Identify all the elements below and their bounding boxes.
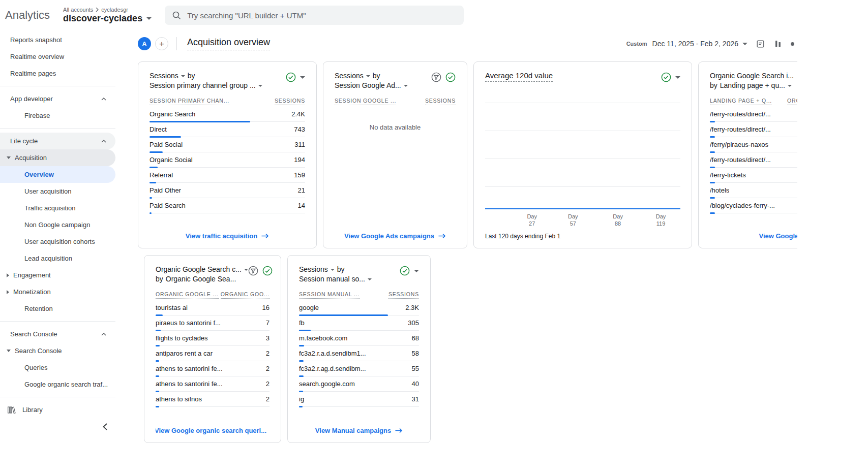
chevron-left-icon	[103, 423, 107, 430]
add-comparison-button[interactable]: +	[155, 37, 168, 50]
sidebar-item[interactable]: Reports snapshot	[0, 31, 115, 48]
sidebar-collapse-button[interactable]	[103, 423, 107, 430]
table-row: Paid Other 21	[149, 183, 305, 198]
dimension-selector[interactable]: Session Google Ad...	[335, 81, 401, 90]
row-value: 3	[262, 334, 270, 342]
chevron-down-icon[interactable]	[366, 75, 370, 77]
search-bar[interactable]	[165, 6, 464, 25]
view-google-organic-traffic-link[interactable]: View Google organic traffic	[710, 225, 797, 248]
sidebar-item-label: Library	[22, 406, 43, 414]
sidebar-item-firebase[interactable]: Firebase	[0, 107, 115, 124]
property-switcher[interactable]: discover-cyclades	[63, 13, 152, 24]
table-row: ig 31	[299, 392, 419, 407]
divider	[0, 128, 115, 129]
metric-selector[interactable]: Sessions	[149, 71, 178, 81]
dimension-selector[interactable]: Organic Google Sea...	[166, 274, 236, 284]
sidebar-item[interactable]: User acquisition	[0, 183, 115, 200]
row-label: /ferry/piraeus-naxos	[710, 141, 768, 148]
chevron-down-icon[interactable]	[788, 85, 792, 87]
sidebar-item[interactable]: Traffic acquisition	[0, 200, 115, 216]
card-sessions-by-manual-source: Sessions by Session manual so...	[287, 255, 431, 443]
sidebar-item-overview[interactable]: Overview	[0, 166, 115, 183]
comparison-avatar[interactable]: A	[138, 37, 151, 50]
mini-bar	[710, 212, 715, 214]
row-label: search.google.com	[299, 380, 355, 388]
sidebar-item[interactable]: Realtime overview	[0, 48, 115, 65]
chevron-down-icon[interactable]	[181, 75, 185, 77]
by-label: by	[373, 71, 380, 81]
chevron-down-icon[interactable]	[300, 76, 305, 79]
chevron-right-icon	[7, 290, 9, 294]
data-quality-check-icon[interactable]	[400, 266, 410, 276]
report-header: A + Acquisition overview Custom Dec 11, …	[138, 33, 797, 55]
overflow-menu-icon[interactable]	[791, 42, 794, 46]
sidebar-item-monetization[interactable]: Monetization	[0, 283, 115, 300]
chevron-down-icon[interactable]	[404, 85, 408, 87]
metric-selector[interactable]: Sessions	[335, 71, 364, 81]
chevron-down-icon[interactable]	[414, 270, 419, 272]
data-quality-check-icon[interactable]	[445, 72, 456, 82]
view-google-organic-search-queries-link[interactable]: View Google organic search queri...	[156, 420, 270, 443]
sidebar-item[interactable]: Lead acquisition	[0, 250, 115, 267]
view-google-ads-campaigns-link[interactable]: View Google Ads campaigns	[335, 225, 456, 248]
row-value: 31	[408, 395, 419, 403]
sidebar-item[interactable]: Realtime pages	[0, 65, 115, 82]
filter-icon[interactable]	[248, 266, 258, 276]
chevron-down-icon[interactable]	[244, 269, 248, 271]
chevron-down-icon[interactable]	[368, 278, 372, 280]
sidebar-item[interactable]: User acquisition cohorts	[0, 233, 115, 250]
sidebar-item-acquisition[interactable]: Acquisition	[0, 149, 115, 166]
table-row: Organic Search 2.4K	[149, 107, 305, 122]
table-row: search.google.com 40	[299, 376, 419, 392]
analytics-logo[interactable]: Analytics	[5, 9, 50, 22]
data-quality-check-icon[interactable]	[286, 72, 296, 82]
metric-selector[interactable]: Sessions	[299, 265, 328, 274]
column-header: SESSIONS	[425, 98, 456, 105]
table-row: Referral 159	[149, 168, 305, 183]
filter-icon[interactable]	[431, 72, 441, 82]
sidebar-item-retention[interactable]: Retention	[0, 300, 115, 317]
by-label: by	[710, 81, 717, 90]
sidebar-item-engagement[interactable]: Engagement	[0, 267, 115, 283]
sidebar-item[interactable]: Google organic search traf...	[0, 376, 115, 393]
notes-icon[interactable]	[756, 39, 765, 49]
data-quality-check-icon[interactable]	[661, 72, 671, 82]
row-label: fc3a2.r.a.d.sendibm1...	[299, 350, 366, 357]
breadcrumb-item[interactable]: cycladesgr	[101, 7, 128, 13]
sidebar-section-app-developer[interactable]: App developer	[0, 90, 115, 107]
chart-title[interactable]: Average 120d value	[485, 71, 553, 82]
chevron-down-icon[interactable]	[675, 76, 680, 79]
sidebar-item-search-console[interactable]: Search Console	[0, 342, 115, 359]
dimension-selector[interactable]: Session primary channel group ...	[149, 81, 256, 90]
chevron-up-icon	[101, 98, 106, 101]
view-manual-campaigns-link[interactable]: View Manual campaigns	[299, 420, 419, 443]
arrow-right-icon	[395, 428, 403, 433]
search-input[interactable]	[187, 11, 457, 20]
row-label: Referral	[149, 171, 173, 179]
chevron-down-icon[interactable]	[258, 85, 262, 87]
chevron-down-icon[interactable]	[331, 269, 335, 271]
dimension-selector[interactable]: Landing page + qu...	[720, 81, 785, 90]
breadcrumb-account[interactable]: All accounts	[63, 7, 93, 13]
chevron-right-icon	[96, 8, 99, 12]
sidebar-item-library[interactable]: Library	[0, 401, 115, 418]
sidebar-item[interactable]: Queries	[0, 359, 115, 376]
date-range-picker[interactable]: Dec 11, 2025 - Feb 2, 2026	[652, 40, 747, 48]
view-traffic-acquisition-link[interactable]: View traffic acquisition	[149, 225, 305, 248]
metric-selector[interactable]: Organic Google Search i...	[710, 71, 794, 81]
metric-selector[interactable]: Organic Google Search c...	[156, 265, 242, 274]
sidebar-item[interactable]: Non Google campaign	[0, 216, 115, 233]
sidebar-section-search-console[interactable]: Search Console	[0, 326, 115, 342]
row-label: fc3a2.r.ag.d.sendibm...	[299, 365, 366, 372]
page-title[interactable]: Acquisition overview	[187, 37, 270, 50]
sidebar-section-life-cycle[interactable]: Life cycle	[0, 133, 115, 149]
row-label: athens to santorini fe...	[156, 380, 223, 388]
row-value: 16	[258, 304, 270, 311]
comparison-columns-icon[interactable]	[773, 39, 783, 48]
row-label: antiparos rent a car	[156, 350, 213, 357]
data-quality-check-icon[interactable]	[262, 266, 273, 276]
section-label: Life cycle	[10, 137, 38, 145]
table-row: /ferry-routes/direct/...	[710, 107, 797, 122]
chart-caption: Last 120 days ending Feb 1	[485, 233, 680, 248]
dimension-selector[interactable]: Session manual so...	[299, 274, 365, 284]
